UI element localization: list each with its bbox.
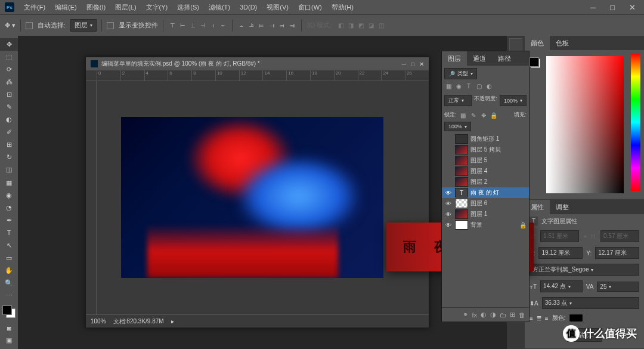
layer-row[interactable]: 圆角矩形 1 [442,134,529,144]
gradient-tool[interactable]: ▦ [0,177,18,189]
zoom-tool[interactable]: 🔍 [0,277,18,289]
x-input[interactable]: 19.12 厘米 [538,247,583,259]
layer-group-icon[interactable]: 🗀 [500,311,506,319]
horizontal-ruler[interactable]: 02468101214161820222426 [86,70,429,81]
file-info[interactable]: 文档:820.3K/9.87M [113,317,164,326]
eyedropper-tool[interactable]: ✎ [0,101,18,113]
menu-select[interactable]: 选择(S) [172,3,204,12]
visibility-icon[interactable]: 👁 [444,211,453,218]
lasso-tool[interactable]: ⟳ [0,63,18,76]
align-left-icon[interactable]: ≡ [530,315,533,322]
brush-tool[interactable]: ✐ [0,126,18,138]
tab-layers[interactable]: 图层 [442,51,467,66]
vertical-ruler[interactable] [86,81,97,314]
adjustment-layer-icon[interactable]: ◑ [490,311,496,319]
doc-maximize[interactable]: □ [411,61,414,67]
marquee-tool[interactable]: ⬚ [0,51,18,63]
pen-tool[interactable]: ✒ [0,214,18,227]
layer-row[interactable]: 👁T雨 夜 的 灯 [442,187,529,198]
tab-channels[interactable]: 通道 [467,51,492,66]
distribute-icons[interactable]: ⫠⫡⫢⫣⫤⫥ [237,21,296,30]
align-icons[interactable]: ⊤⊢⊥⊣⫞⫟ [168,21,227,30]
menu-3d[interactable]: 3D(D) [235,4,262,11]
leading-input[interactable]: 36.33 点 [542,297,639,309]
auto-select-dropdown[interactable]: 图层 [70,19,97,32]
doc-minimize[interactable]: ─ [402,61,406,67]
close-button[interactable]: ✕ [626,3,639,12]
layer-kind-dropdown[interactable]: 🔎 类型 [444,68,477,79]
menu-edit[interactable]: 编辑(E) [50,3,82,12]
document-titlebar[interactable]: 编辑菜单里的填充实例.psd @ 100% (雨 夜 的 灯, RGB/8#) … [86,57,429,70]
font-dropdown[interactable]: 方正兰亭刊黑_Segoe [530,264,639,276]
layer-row[interactable]: 图层 4 [442,166,529,177]
dodge-tool[interactable]: ◔ [0,202,18,214]
new-layer-icon[interactable]: ⊞ [510,311,515,319]
layer-row[interactable]: 图层 5 [442,155,529,166]
maximize-button[interactable]: □ [606,3,618,12]
opacity-input[interactable]: 100% [500,95,527,106]
layer-row[interactable]: 👁图层 1 [442,209,529,220]
screenmode-tool[interactable]: ▣ [0,334,18,347]
menu-view[interactable]: 视图(V) [262,3,293,12]
fill-input[interactable]: 100% [444,122,471,131]
tab-paths[interactable]: 路径 [492,51,517,66]
hue-strip[interactable] [631,54,640,191]
show-transform-checkbox[interactable] [107,22,114,29]
layer-row[interactable]: 👁背景🔒 [442,220,529,230]
color-picker[interactable] [546,56,624,193]
type-tool[interactable]: T [0,227,18,239]
quickmask-tool[interactable]: ◙ [0,322,18,334]
layer-row[interactable]: 图层 2 [442,177,529,187]
blend-mode-dropdown[interactable]: 正常 [444,95,472,106]
menubar: Ps 文件(F) 编辑(E) 图像(I) 图层(L) 文字(Y) 选择(S) 滤… [0,0,644,14]
tab-adjustments[interactable]: 调整 [550,200,575,214]
menu-window[interactable]: 窗口(W) [293,3,327,12]
visibility-icon[interactable]: 👁 [444,200,453,207]
color-swatch[interactable] [2,305,16,318]
hand-tool[interactable]: ✋ [0,264,18,277]
layer-row[interactable]: 👁图层 6 [442,198,529,209]
lock-icons[interactable]: ▦✎✥🔒 [459,111,498,119]
menu-help[interactable]: 帮助(H) [327,3,358,12]
wand-tool[interactable]: ⁂ [0,76,18,88]
tab-swatches[interactable]: 色板 [550,36,575,50]
menu-image[interactable]: 图像(I) [82,3,110,12]
tracking-input[interactable]: 25 [597,282,639,292]
layer-row[interactable]: 图层 5 拷贝 [442,144,529,155]
visibility-icon[interactable]: 👁 [444,190,453,196]
align-right-icon[interactable]: ≡ [545,315,549,322]
menu-file[interactable]: 文件(F) [19,3,50,12]
eraser-tool[interactable]: ◫ [0,163,18,176]
menu-layer[interactable]: 图层(L) [110,3,141,12]
edit-toolbar[interactable]: ⋯ [0,289,18,302]
app-icon: Ps [5,2,14,12]
shape-tool[interactable]: ▭ [0,252,18,264]
layer-mask-icon[interactable]: ◐ [481,311,487,319]
doc-close[interactable]: ✕ [419,61,424,67]
minimize-button[interactable]: ─ [587,3,599,12]
path-tool[interactable]: ↖ [0,239,18,252]
font-size-input[interactable]: 14.42 点 [540,280,583,292]
healing-tool[interactable]: ◐ [0,113,18,126]
delete-layer-icon[interactable]: 🗑 [519,311,525,319]
layer-filter-icons[interactable]: ▦◉T▢◐ [444,82,493,90]
menu-filter[interactable]: 滤镜(T) [204,3,235,12]
auto-select-checkbox[interactable] [26,22,33,29]
y-input[interactable]: 12.17 厘米 [595,247,639,259]
color-preview[interactable] [530,57,540,68]
menu-type[interactable]: 文字(Y) [141,3,173,12]
move-tool[interactable]: ✥ [0,38,18,51]
canvas-content[interactable] [121,117,383,278]
history-brush-tool[interactable]: ↻ [0,151,18,163]
tab-color[interactable]: 颜色 [525,36,550,50]
zoom-level[interactable]: 100% [91,318,106,325]
align-center-icon[interactable]: ≣ [537,315,541,322]
layer-fx-icon[interactable]: fx [472,311,477,319]
blur-tool[interactable]: ◉ [0,189,18,202]
collapsed-panel-icon[interactable] [509,38,522,51]
link-layers-icon[interactable]: ⚭ [463,311,468,319]
visibility-icon[interactable]: 👁 [444,222,453,228]
crop-tool[interactable]: ⊡ [0,88,18,101]
text-color-swatch[interactable] [569,314,583,322]
stamp-tool[interactable]: ⊞ [0,138,18,151]
